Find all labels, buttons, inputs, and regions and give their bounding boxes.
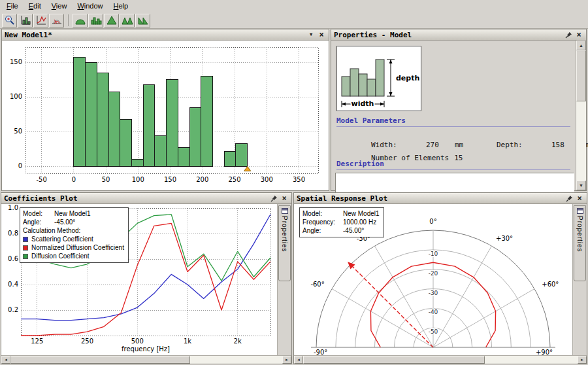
svg-text:1k: 1k (184, 338, 191, 345)
scroll-left-button[interactable]: ◄ (294, 356, 303, 364)
profile-triangle-tool-button[interactable] (104, 14, 119, 27)
legend-frequency-label: Frequency: (302, 218, 343, 226)
scroll-thumb[interactable] (303, 356, 485, 364)
model-chart-tool-button[interactable] (18, 14, 33, 27)
coefficients-side-strip: Properties (277, 204, 291, 355)
profile-semicircle-tool-button[interactable] (73, 14, 88, 27)
legend-angle-value: -45.00° (343, 226, 364, 235)
svg-text:2k: 2k (234, 338, 242, 345)
svg-text:0°: 0° (429, 218, 436, 225)
legend-model-label: Model: (23, 209, 54, 218)
pin-icon (565, 31, 572, 39)
profile-sawtooth-tool-button[interactable] (135, 14, 150, 27)
svg-text:150: 150 (164, 176, 176, 183)
svg-text:0: 0 (72, 176, 76, 183)
profile-semicircle-icon (74, 14, 86, 26)
svg-text:-50: -50 (36, 176, 46, 183)
model-panel: New Model1* ▼ × -50050100150200250300350… (1, 29, 329, 191)
pin-button[interactable] (564, 194, 574, 203)
menu-window[interactable]: Window (72, 1, 108, 12)
svg-text:-10: -10 (429, 251, 438, 257)
model-panel-titlebar: New Model1* ▼ × (2, 29, 329, 41)
coefficients-chart: Model:New Model1 Angle:-45.00° Calculati… (1, 204, 277, 355)
legend-frequency-value: 1000.00 Hz (343, 218, 376, 226)
model-diagram: depth width (336, 46, 421, 111)
svg-text:125: 125 (31, 338, 43, 345)
scroll-down-button[interactable]: ▼ (576, 181, 586, 190)
profile-triangle-icon (106, 14, 118, 26)
coefficients-plot-icon (35, 14, 47, 26)
legend-model-value: New Model1 (54, 209, 91, 218)
svg-text:0.4: 0.4 (8, 281, 18, 288)
scroll-up-button[interactable]: ▲ (576, 41, 586, 50)
scroll-thumb[interactable] (576, 50, 586, 101)
normalized-diffusion-series-label: Normalized Diffusion Coefficient (31, 243, 124, 252)
profile-steps-tool-button[interactable] (88, 14, 103, 27)
svg-text:100: 100 (132, 176, 144, 183)
profile-double-triangle-icon (122, 14, 133, 26)
scroll-right-button[interactable]: ► (578, 356, 587, 364)
width-label: width (351, 99, 374, 108)
pin-button[interactable] (564, 31, 573, 39)
svg-text:150: 150 (10, 58, 22, 65)
root-window: File Edit View Window Help (0, 0, 588, 365)
svg-text:-60°: -60° (310, 281, 324, 288)
svg-text:350: 350 (293, 176, 305, 183)
close-button[interactable]: × (280, 194, 289, 203)
properties-panel: Properties - Model × (331, 29, 587, 191)
scroll-right-button[interactable]: ► (282, 356, 291, 364)
close-button[interactable]: × (574, 31, 583, 39)
zoom-icon (4, 14, 16, 26)
menu-bar: File Edit View Window Help (0, 0, 588, 12)
properties-side-tab[interactable]: Properties (574, 205, 586, 281)
properties-window-icon (282, 208, 288, 214)
coefficients-legend: Model:New Model1 Angle:-45.00° Calculati… (20, 207, 129, 263)
pin-icon (566, 195, 573, 202)
scroll-thumb[interactable] (10, 356, 190, 364)
properties-side-tab[interactable]: Properties (278, 205, 291, 281)
menu-edit[interactable]: Edit (24, 1, 46, 12)
coefficients-panel-titlebar: Coefficients Plot × (1, 193, 291, 204)
svg-text:-90°: -90° (314, 349, 327, 355)
horizontal-scrollbar[interactable]: ◄ ► (294, 355, 587, 364)
spatial-plot-tool-button[interactable] (49, 14, 64, 27)
scroll-left-button[interactable]: ◄ (1, 356, 10, 364)
pin-button[interactable] (269, 194, 278, 203)
side-tab-label: Properties (281, 216, 288, 252)
properties-body: depth width Model Parameters Width:270mm… (331, 41, 576, 190)
menu-view[interactable]: View (46, 1, 73, 12)
vertical-scrollbar[interactable]: ▲ ▼ (576, 41, 586, 190)
spatial-panel-titlebar: Spatial Response Plot × (294, 193, 587, 204)
svg-text:0: 0 (18, 162, 22, 169)
spatial-panel-title: Spatial Response Plot (297, 194, 387, 203)
profile-double-triangle-tool-button[interactable] (120, 14, 135, 27)
model-profile-chart[interactable]: -50050100150200250300350050100150 (2, 41, 329, 190)
scattering-swatch (23, 237, 28, 242)
horizontal-scrollbar[interactable]: ◄ ► (1, 355, 291, 364)
svg-text:-50: -50 (429, 328, 438, 335)
pin-icon (270, 195, 278, 202)
svg-text:0.6: 0.6 (8, 255, 18, 262)
diffusion-series-label: Diffusion Coefficient (31, 252, 90, 260)
dropdown-button[interactable]: ▼ (306, 31, 316, 39)
close-button[interactable]: × (575, 194, 584, 203)
legend-angle-value: -45.00° (54, 218, 75, 226)
zoom-tool-button[interactable] (2, 14, 17, 27)
close-button[interactable]: × (317, 31, 326, 39)
svg-text:300: 300 (261, 176, 273, 183)
properties-window-icon (577, 208, 583, 214)
svg-text:500: 500 (131, 338, 144, 345)
legend-angle-label: Angle: (302, 226, 343, 235)
svg-text:50: 50 (102, 176, 110, 183)
menu-help[interactable]: Help (108, 1, 134, 12)
svg-text:-40: -40 (429, 309, 438, 315)
spatial-legend: Model:New Model1 Frequency:1000.00 Hz An… (299, 207, 384, 237)
menu-file[interactable]: File (1, 1, 24, 12)
svg-text:200: 200 (196, 176, 208, 183)
svg-text:250: 250 (81, 338, 93, 345)
legend-model-label: Model: (302, 209, 343, 218)
legend-angle-label: Angle: (23, 218, 54, 226)
coefficients-plot-tool-button[interactable] (33, 14, 48, 27)
properties-panel-title: Properties - Model (334, 31, 412, 39)
svg-text:-20: -20 (429, 270, 438, 277)
